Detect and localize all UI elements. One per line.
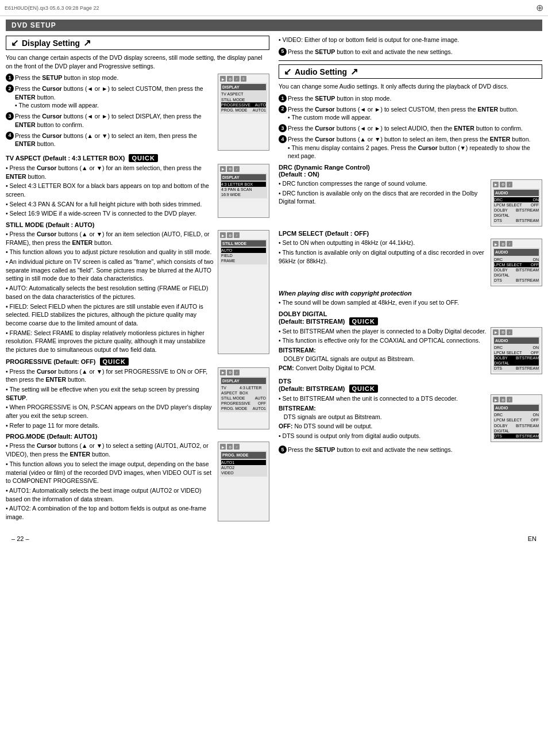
audio-step3-num: 3 xyxy=(279,124,287,132)
tv-aspect-title: TV ASPECT (Default : 4:3 LETTER BOX) QUI… xyxy=(6,154,269,162)
audio-step5-num: 5 xyxy=(279,446,287,454)
progressive-title: PROGRESSIVE (Default: OFF) QUICK xyxy=(6,358,269,366)
tv-aspect-screen: ▶ ⚙ ♪ DISPLAY 4:3 LETTER BOX 4:3 PAN & S… xyxy=(218,164,269,218)
step4-num: 4 xyxy=(6,132,14,140)
display-screen-row3: PROGRESSIVEAUTO xyxy=(221,102,266,108)
footer-page-num: – 22 – xyxy=(11,535,29,542)
display-setting-title: ↙ Display Setting ↗ xyxy=(6,36,269,50)
display-step5-num: 5 xyxy=(279,48,287,56)
progressive-screen: ▶ ⚙ ♪ DISPLAY TV ASPECT4:3 LETTER BOX ST… xyxy=(218,367,269,430)
dts-screen: ▶ ⚙ ♪ AUDIO DRCON LPCM SELECTOFF DOLBY D… xyxy=(491,394,542,442)
audio-step4-num: 4 xyxy=(279,135,287,143)
screen-icon3: ♪ xyxy=(234,76,240,82)
audio-left-arrow: ↙ xyxy=(284,66,291,77)
step1-num: 1 xyxy=(6,74,14,82)
right-column: • VIDEO: Either of top or bottom field i… xyxy=(279,36,542,524)
ta-icon1: ▶ xyxy=(220,166,226,172)
audio-step1-num: 1 xyxy=(279,94,287,102)
header-left: E61H0UD(EN).qx3 05.6.3 09:28 Page 22 xyxy=(5,5,99,11)
video-note: • VIDEO: Either of top or bottom field i… xyxy=(279,36,542,44)
dolby-bullets: • Set to BITSTREAM when the player is co… xyxy=(279,327,487,375)
right-arrow-icon: ↗ xyxy=(83,37,91,48)
page-footer: – 22 – EN xyxy=(0,533,548,544)
ta-icon2: ⚙ xyxy=(227,166,233,172)
dts-title: DTS (Default: BITSTREAM) QUICK xyxy=(279,378,542,393)
drc-screen: ▶ ⚙ ♪ AUDIO DRCON LPCM SELECTOFF DOLBY D… xyxy=(491,179,542,227)
dolby-screen: ▶ ⚙ ♪ AUDIO DRCON LPCM SELECTOFF DOLBY D… xyxy=(491,327,542,375)
ta-icon3: ♪ xyxy=(234,166,240,172)
prog-mode-bullets: • Press the Cursor buttons (▲ or ▼) to s… xyxy=(6,442,214,521)
page-header: E61H0UD(EN).qx3 05.6.3 09:28 Page 22 ⊕ xyxy=(0,0,548,16)
display-screen-row1: TV ASPECT xyxy=(221,91,266,97)
section-divider xyxy=(279,60,542,61)
lpcm-bullets: • Set to ON when outputting in 48kHz (or… xyxy=(279,239,487,286)
progressive-bullets: • Press the Cursor buttons (▲ or ▼) for … xyxy=(6,367,214,430)
still-mode-title: STILL MODE (Default : AUTO) xyxy=(6,221,269,228)
header-crosshair: ⊕ xyxy=(536,2,543,13)
display-intro: You can change certain aspects of the DV… xyxy=(6,53,269,70)
display-screen-row2: STILL MODE xyxy=(221,97,266,102)
display-screen-row4: PROG. MODEAUTO1 xyxy=(221,108,266,113)
left-column: ↙ Display Setting ↗ You can change certa… xyxy=(6,36,269,524)
prog-mode-title: PROG.MODE (Default: AUTO1) xyxy=(6,433,269,440)
footer-lang: EN xyxy=(528,535,537,542)
lpcm-screen: ▶ ⚙ ♪ AUDIO DRCON LPCM SELECTOFF DOLBY D… xyxy=(491,239,542,286)
audio-intro: You can change some Audio settings. It o… xyxy=(279,82,542,91)
step3-num: 3 xyxy=(6,112,14,120)
dolby-title: DOLBY DIGITAL (Default: BITSTREAM) QUICK xyxy=(279,310,542,325)
copyright-note: • The sound will be down sampled at 48kH… xyxy=(279,298,542,307)
display-steps: 1 Press the SETUP button in stop mode. 2… xyxy=(6,74,214,151)
audio-steps: 1 Press the SETUP button in stop mode. 2… xyxy=(279,94,542,160)
audio-setting-title: ↙ Audio Setting ↗ xyxy=(279,64,542,79)
drc-title: DRC (Dynamic Range Control) (Default : O… xyxy=(279,164,542,178)
audio-right-arrow: ↗ xyxy=(350,66,358,77)
display-screen-header: DISPLAY xyxy=(221,84,266,90)
prog-mode-screen: ▶ ⚙ ♪ PROG. MODE AUTO1 AUTO2 VIDEO xyxy=(218,442,269,521)
screen-icon4: ≡ xyxy=(241,76,246,82)
copyright-title: When playing disc with copyright protect… xyxy=(279,290,542,297)
tv-aspect-bullets: • Press the Cursor buttons (▲ or ▼) for … xyxy=(6,164,214,218)
screen-icon1: ▶ xyxy=(220,76,226,82)
display-screen-box: ▶ ⚙ ♪ ≡ DISPLAY TV ASPECT STILL MODE xyxy=(218,74,269,151)
dts-bullets: • Set to BITSTREAM when the unit is conn… xyxy=(279,394,487,442)
drc-bullets: • DRC function compresses the range of s… xyxy=(279,179,487,227)
audio-step2-num: 2 xyxy=(279,105,287,113)
step2-num: 2 xyxy=(6,85,14,93)
left-arrow-icon: ↙ xyxy=(11,37,18,48)
still-mode-screen: ▶ ⚙ ♪ STILL MODE AUTO FIELD FRAME xyxy=(218,230,269,354)
still-mode-bullets: • Press the Cursor buttons (▲ or ▼) for … xyxy=(6,230,214,354)
section-header: DVD SETUP xyxy=(6,20,542,31)
screen-icon2: ⚙ xyxy=(227,76,233,82)
lpcm-title: LPCM SELECT (Default : OFF) xyxy=(279,230,542,237)
